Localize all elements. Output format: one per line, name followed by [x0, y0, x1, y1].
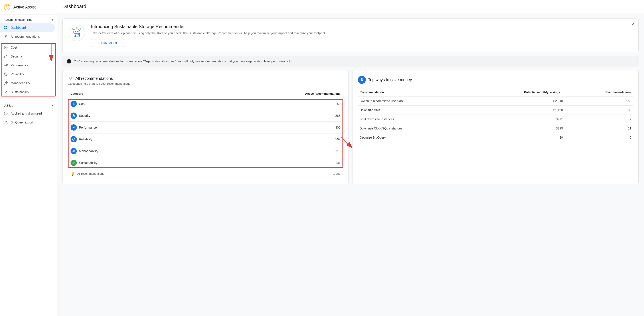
category-label: Performance — [79, 126, 97, 129]
history-icon — [4, 111, 8, 116]
category-cell: Reliability — [68, 133, 202, 145]
recommendations-table: Category Active Recommendations $ — [68, 90, 343, 179]
lightbulb-yellow-icon — [68, 76, 73, 81]
sidebar-item-sustainability[interactable]: Sustainability — [0, 88, 55, 96]
savings-row[interactable]: Downsize VMs $1,190 35 — [358, 106, 633, 115]
savings-label: Shut down idle instances — [358, 115, 466, 124]
svg-point-7 — [5, 5, 6, 6]
info-text: You're viewing recommendations for organ… — [74, 60, 293, 63]
savings-amount: $299 — [466, 124, 564, 133]
sidebar-item-label: Reliability — [11, 72, 24, 76]
sidebar-item-reliability[interactable]: Reliability — [0, 70, 55, 79]
info-icon: i — [67, 59, 71, 64]
sidebar-item-dashboard[interactable]: Dashboard — [0, 23, 55, 32]
sidebar-item-applied-dismissed[interactable]: Applied and dismissed — [0, 109, 55, 118]
upload-icon — [4, 120, 8, 125]
card-title-row: All recommendations — [68, 76, 343, 81]
dollar-icon — [4, 45, 8, 50]
svg-point-24 — [74, 29, 80, 35]
sidebar-item-performance[interactable]: Performance — [0, 61, 55, 70]
count-cell: 502 — [202, 133, 343, 145]
category-cell: Performance — [68, 122, 202, 133]
savings-count: 35 — [565, 106, 633, 115]
page-title: Dashboard — [62, 4, 86, 9]
trending-up-icon — [4, 63, 8, 68]
active-rec-header: Active Recommendations — [202, 90, 343, 98]
category-cell: $ Cost — [68, 98, 202, 110]
info-bar: i You're viewing recommendations for org… — [62, 56, 639, 67]
grid-icon — [4, 25, 8, 30]
table-row[interactable]: Sustainability 131 — [68, 157, 343, 169]
savings-count: 0 — [565, 133, 633, 142]
savings-amount: $2,910 — [466, 96, 564, 106]
section-title: Recommendation Hub — [4, 18, 32, 21]
leaf-icon — [4, 90, 8, 94]
recommendation-hub-header[interactable]: Recommendation Hub ▾ — [0, 16, 57, 23]
sidebar-item-label: Applied and dismissed — [11, 112, 42, 115]
svg-point-27 — [78, 31, 78, 32]
category-label: Reliability — [79, 137, 92, 141]
utilities-title: Utilities — [4, 104, 13, 107]
category-label: Security — [79, 114, 90, 117]
sustainable-storage-banner: Introducing Sustainable Storage Recommen… — [62, 19, 639, 52]
count-cell: 288 — [202, 110, 343, 122]
table-row[interactable]: Security 288 — [68, 110, 343, 122]
savings-amount: $921 — [466, 115, 564, 124]
count-cell: 300 — [202, 122, 343, 133]
sidebar-item-label: Cost — [11, 46, 17, 49]
svg-point-13 — [5, 35, 6, 37]
close-icon[interactable]: ✕ — [632, 21, 635, 26]
savings-label: Switch to a committed use plan — [358, 96, 466, 106]
sidebar-item-manageability[interactable]: Manageability — [0, 79, 55, 88]
savings-amount: $0 — [466, 133, 564, 142]
banner-icon — [68, 24, 86, 42]
recommendations-header: Recommendations — [565, 88, 633, 96]
utilities-header[interactable]: Utilities ▾ — [0, 102, 57, 109]
table-row[interactable]: $ Cost 50 — [68, 98, 343, 110]
svg-rect-12 — [6, 28, 7, 29]
table-row[interactable]: Manageability 110 — [68, 145, 343, 157]
svg-rect-9 — [4, 26, 5, 27]
svg-rect-17 — [5, 56, 7, 58]
utilities-section: Utilities ▾ Applied and dismissed — [0, 100, 57, 129]
sidebar-item-cost[interactable]: Cost — [0, 43, 55, 52]
svg-point-33 — [72, 29, 74, 30]
category-cell: Security — [68, 110, 202, 122]
sidebar-item-label: Dashboard — [11, 26, 26, 29]
sidebar-item-bigquery-export[interactable]: BigQuery export — [0, 118, 55, 127]
svg-point-1 — [6, 5, 8, 7]
savings-row[interactable]: Optimize BigQuery $0 0 — [358, 133, 633, 142]
reliability-icon — [70, 136, 77, 142]
recommendation-header: Recommendation — [358, 88, 466, 96]
app-header: Active Assist — [0, 0, 57, 15]
count-cell: 50 — [202, 98, 343, 110]
money-title-row: $ Top ways to save money — [358, 76, 633, 84]
recommendation-hub-section: Recommendation Hub ▾ Dashboard — [0, 15, 57, 98]
all-row[interactable]: 💡 All recommendations 1,381 — [68, 169, 343, 179]
performance-icon — [70, 124, 77, 131]
category-label: Cost — [79, 102, 86, 106]
savings-amount: $1,190 — [466, 106, 564, 115]
page-header: Dashboard — [57, 0, 644, 13]
savings-row[interactable]: Downsize CloudSQL instances $299 11 — [358, 124, 633, 133]
learn-more-button[interactable]: LEARN MORE — [91, 39, 124, 47]
sidebar-item-security[interactable]: Security — [0, 52, 55, 61]
svg-point-29 — [76, 27, 78, 28]
svg-rect-10 — [6, 26, 7, 27]
savings-label: Downsize CloudSQL instances — [358, 124, 466, 133]
app-logo-icon — [4, 4, 11, 11]
sidebar-item-label: Manageability — [11, 81, 30, 85]
savings-count: 11 — [565, 124, 633, 133]
table-row[interactable]: Performance 300 — [68, 122, 343, 133]
all-count-cell: 1,381 — [202, 169, 343, 179]
main-content: Dashboard — [57, 0, 644, 316]
savings-row[interactable]: Shut down idle instances $921 42 — [358, 115, 633, 124]
savings-row[interactable]: Switch to a committed use plan $2,910 15… — [358, 96, 633, 106]
sidebar-item-all-recommendations[interactable]: All recommendations — [0, 32, 55, 41]
lightbulb-icon — [4, 34, 8, 39]
svg-line-32 — [73, 29, 74, 30]
all-recommendations-card: All recommendations Categories help orga… — [62, 70, 349, 184]
app-title: Active Assist — [13, 5, 36, 10]
table-row[interactable]: Reliability 502 — [68, 133, 343, 145]
chevron-down-icon: ▾ — [52, 18, 53, 21]
